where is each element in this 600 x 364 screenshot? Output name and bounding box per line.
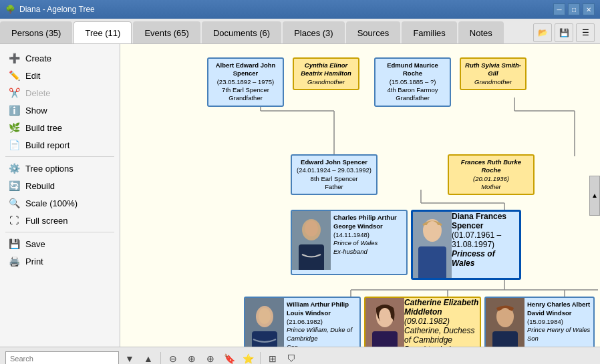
person-edmund[interactable]: Edmund Maurice Roche (15.05.1885 – ?) 4t… [374,57,451,107]
harry-photo [486,298,524,347]
ruth-role: Grandmother [464,78,522,86]
tab-documents[interactable]: Documents (6) [202,21,281,43]
edmund-role2: Grandfather [378,94,447,102]
app-icon: 🌳 [5,5,15,14]
minimize-button[interactable]: ─ [553,3,565,15]
rebuild-icon: 🔄 [8,180,20,191]
cynthia-role: Grandmother [297,78,355,86]
tab-events[interactable]: Events (65) [133,21,200,43]
sidebar-item-rebuild[interactable]: 🔄 Rebuild [0,177,120,194]
sidebar-label-scale: Scale (100%) [25,198,78,208]
person-william[interactable]: William Arthur Philip Louis Windsor (21.… [244,297,361,347]
frances-dates: (20.01.1936) [452,175,531,183]
svg-rect-30 [372,331,398,347]
william-photo [245,298,284,347]
nav-up-button[interactable]: ▲ [140,351,156,365]
albert-name: Albert Edward John Spencer [211,61,280,78]
tab-sources[interactable]: Sources [346,21,401,43]
title-bar: 🌳 Diana - Agelong Tree ─ □ ✕ [0,0,600,19]
svg-rect-26 [252,331,277,347]
sidebar-label-create: Create [25,53,51,63]
build-tree-icon: 🌿 [8,122,20,133]
sidebar-item-edit[interactable]: ✏️ Edit [0,67,120,84]
nav-down-button[interactable]: ▼ [122,351,138,365]
svg-rect-22 [418,246,446,280]
sidebar-item-build-report[interactable]: 📄 Build report [0,136,120,154]
scroll-right-button[interactable]: ▲ [589,176,600,216]
zoom-out-button[interactable]: ⊖ [165,351,181,365]
sidebar-label-save: Save [25,239,45,249]
sidebar-item-build-tree[interactable]: 🌿 Build tree [0,119,120,136]
sidebar-label-fullscreen: Full screen [25,216,68,226]
sidebar-label-delete: Delete [25,88,51,98]
person-albert[interactable]: Albert Edward John Spencer (23.05.1892 –… [207,57,284,107]
sidebar-divider-2 [5,232,114,232]
tab-persons[interactable]: Persons (35) [0,21,72,43]
diana-photo [413,212,452,278]
tab-tree[interactable]: Tree (11) [73,21,132,43]
person-frances[interactable]: Frances Ruth Burke Roche (20.01.1936) Mo… [448,154,535,195]
filter-button[interactable]: ⛉ [283,351,299,365]
person-cynthia[interactable]: Cynthia Elinor Beatrix Hamilton Grandmot… [293,57,359,90]
sidebar-item-scale[interactable]: 🔍 Scale (100%) [0,194,120,212]
edward-name: Edward John Spencer [295,158,373,166]
sidebar-label-build-report: Build report [25,140,69,150]
diana-text: Diana Frances Spencer (01.07.1961 – 31.0… [452,212,519,278]
tab-places[interactable]: Places (3) [283,21,345,43]
tab-bar: Persons (35) Tree (11) Events (65) Docum… [0,19,600,44]
ruth-name: Ruth Sylvia Smith-Gill [464,61,522,78]
bottom-toolbar: ▼ ▲ ⊖ ⊕ ⊕ 🔖 ⭐ ⊞ ⛉ [0,347,600,364]
sidebar-item-show[interactable]: ℹ️ Show [0,102,120,119]
sidebar-item-print[interactable]: 🖨️ Print [0,252,120,270]
person-charles[interactable]: Charles Philip Arthur George Windsor (14… [291,210,408,275]
edward-dates: (24.01.1924 – 29.03.1992) [295,166,373,174]
star-button[interactable]: ⭐ [240,351,256,365]
edit-icon: ✏️ [8,70,20,81]
sidebar-item-delete: ✂️ Delete [0,84,120,102]
app-title: Diana - Agelong Tree [19,5,95,14]
create-icon: ➕ [8,53,20,63]
maximize-button[interactable]: □ [568,3,580,15]
svg-point-29 [379,308,391,324]
sidebar-label-show: Show [25,106,47,116]
show-icon: ℹ️ [8,105,20,116]
person-catherine[interactable]: Catherine Elizabeth Middleton (09.01.198… [364,297,481,347]
tab-families[interactable]: Families [402,21,456,43]
sidebar-label-tree-options: Tree options [25,164,73,174]
sidebar-label-print: Print [25,256,43,266]
search-input[interactable] [5,351,119,365]
print-icon: 🖨️ [8,256,20,266]
close-button[interactable]: ✕ [583,3,595,15]
save-file-button[interactable]: 💾 [555,23,573,42]
scale-icon: 🔍 [8,198,20,208]
menu-button[interactable]: ☰ [576,23,595,42]
person-harry[interactable]: Henry Charles Albert David Windsor (15.0… [484,297,595,347]
frances-role: Mother [452,183,531,191]
sidebar-label-edit: Edit [25,71,40,81]
sidebar-label-rebuild: Rebuild [25,181,55,191]
albert-dates: (23.05.1892 – 1975) [211,78,280,86]
zoom-in-button[interactable]: ⊕ [184,351,200,365]
bookmark-button[interactable]: 🔖 [221,351,237,365]
add-person-button[interactable]: ⊕ [202,351,218,365]
frances-name: Frances Ruth Burke Roche [452,158,531,175]
tab-notes[interactable]: Notes [458,21,504,43]
svg-rect-34 [492,331,518,347]
svg-point-21 [426,221,439,238]
edmund-role: 4th Baron Farmoy [378,86,447,94]
grid-view-button[interactable]: ⊞ [265,351,281,365]
person-diana[interactable]: Diana Frances Spencer (01.07.1961 – 31.0… [411,210,521,280]
sidebar-item-create[interactable]: ➕ Create [0,49,120,67]
open-file-button[interactable]: 📂 [533,23,552,42]
fullscreen-icon: ⛶ [8,215,20,226]
sidebar-item-save[interactable]: 💾 Save [0,235,120,252]
person-edward[interactable]: Edward John Spencer (24.01.1924 – 29.03.… [291,154,378,195]
edmund-name: Edmund Maurice Roche [378,61,447,78]
toolbar-divider-2 [260,352,261,365]
tree-canvas[interactable]: Albert Edward John Spencer (23.05.1892 –… [120,44,600,347]
sidebar-item-fullscreen[interactable]: ⛶ Full screen [0,212,120,229]
delete-icon: ✂️ [8,87,20,98]
charles-text: Charles Philip Arthur George Windsor (14… [331,211,406,274]
person-ruth[interactable]: Ruth Sylvia Smith-Gill Grandmother [460,57,527,90]
sidebar-item-tree-options[interactable]: ⚙️ Tree options [0,160,120,177]
